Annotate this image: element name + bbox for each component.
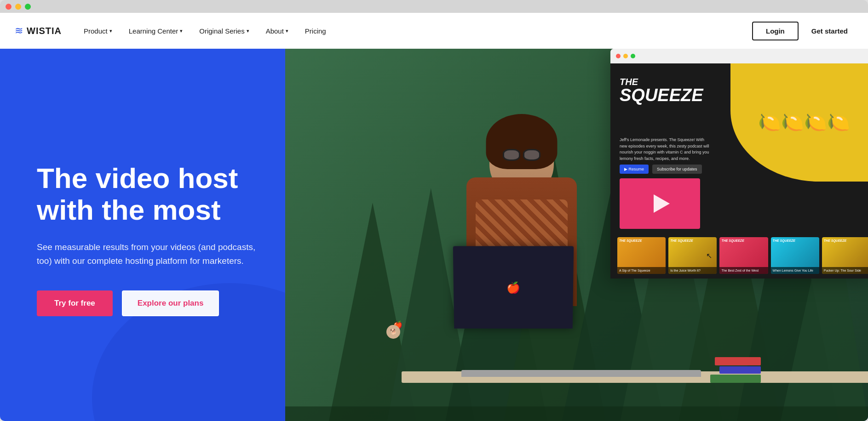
browser-max-dot — [631, 54, 635, 58]
logo[interactable]: ≋ WISTIA — [15, 25, 62, 37]
video-player[interactable] — [620, 178, 700, 229]
hero-section: The video host with the most See measura… — [0, 49, 868, 421]
thumb-label-1: A Sip of The Squeeze — [617, 267, 666, 274]
hero-image: 🍎 🍎 🐕 — [285, 49, 868, 421]
thumb-logo-2: THE SQUEEZE — [670, 239, 693, 242]
hero-buttons: Try for free Explore our plans — [37, 290, 258, 316]
nav-links: Product ▾ Learning Center ▾ Original Ser… — [76, 23, 752, 39]
browser-minimize-dot — [623, 54, 628, 58]
nav-label-learning: Learning Center — [129, 27, 178, 35]
thumb-logo-1: THE SQUEEZE — [619, 239, 642, 242]
hero-title: The video host with the most — [37, 163, 258, 225]
thumb-logo-4: THE SQUEEZE — [773, 239, 795, 242]
thumb-logo-3: THE SQUEEZE — [721, 239, 744, 242]
try-for-free-button[interactable]: Try for free — [37, 290, 113, 316]
nav-actions: Login Get started — [752, 22, 853, 40]
thumbnail-2[interactable]: THE SQUEEZE Is the Juice Worth It? ↖ — [668, 237, 717, 274]
thumb-logo-5: THE SQUEEZE — [824, 239, 846, 242]
close-button[interactable] — [6, 4, 11, 10]
show-action-buttons: ▶ Resume Subscribe for updates — [620, 165, 702, 174]
minimize-button[interactable] — [15, 4, 21, 10]
thumb-label-5: Pucker Up: The Sour Side — [822, 267, 868, 274]
show-title: THE SQUEEZE — [620, 77, 703, 104]
chevron-down-icon: ▾ — [247, 28, 249, 34]
thumb-label-4: When Lemons Give You Life — [771, 267, 819, 274]
login-button[interactable]: Login — [752, 22, 799, 40]
thumbnail-3[interactable]: THE SQUEEZE The Best Zest of the West — [719, 237, 768, 274]
thumb-label-3: The Best Zest of the West — [719, 267, 768, 274]
nav-item-about[interactable]: About ▾ — [259, 23, 296, 39]
hero-content: The video host with the most See measura… — [0, 49, 285, 421]
thumb-label-2: Is the Juice Worth It? — [668, 267, 717, 274]
cursor-icon: ↖ — [706, 251, 712, 260]
thumbnails-row: THE SQUEEZE A Sip of The Squeeze THE SQU… — [617, 237, 868, 274]
lemons-background: 🍋🍋🍋🍋 — [730, 63, 868, 182]
explore-plans-button[interactable]: Explore our plans — [122, 290, 219, 316]
resume-button[interactable]: ▶ Resume — [620, 165, 649, 174]
show-title-the: THE — [620, 77, 703, 86]
browser-window: ≋ WISTIA Product ▾ Learning Center ▾ Ori… — [0, 0, 868, 421]
thumbnail-5[interactable]: THE SQUEEZE Pucker Up: The Sour Side — [822, 237, 868, 274]
nav-item-pricing[interactable]: Pricing — [298, 23, 333, 39]
show-description: Jeff's Lemonade presents. The Squeeze! W… — [620, 137, 712, 162]
hero-visual: 🍎 🍎 🐕 — [285, 49, 868, 421]
title-bar — [0, 0, 868, 13]
browser-page-content: 🍋🍋🍋🍋 THE SQUEEZE Jeff's Lemonade present… — [610, 63, 868, 279]
nav-item-learning-center[interactable]: Learning Center ▾ — [121, 23, 190, 39]
hero-subtitle: See measurable results from your videos … — [37, 240, 258, 268]
nav-label-product: Product — [84, 27, 108, 35]
get-started-button[interactable]: Get started — [806, 23, 853, 40]
browser-chrome-bar — [610, 49, 868, 63]
thumbnail-1[interactable]: THE SQUEEZE A Sip of The Squeeze — [617, 237, 666, 274]
browser-mockup: 🍋🍋🍋🍋 THE SQUEEZE Jeff's Lemonade present… — [610, 49, 868, 279]
chevron-down-icon: ▾ — [109, 28, 112, 34]
play-icon — [654, 194, 670, 213]
nav-label-pricing: Pricing — [305, 27, 326, 35]
nav-item-product[interactable]: Product ▾ — [76, 23, 120, 39]
thumbnail-4[interactable]: THE SQUEEZE When Lemons Give You Life — [771, 237, 819, 274]
logo-text: WISTIA — [27, 26, 62, 36]
chevron-down-icon: ▾ — [180, 28, 183, 34]
wistia-logo-icon: ≋ — [15, 25, 23, 37]
navbar: ≋ WISTIA Product ▾ Learning Center ▾ Ori… — [0, 13, 868, 49]
nav-label-about: About — [266, 27, 284, 35]
browser-close-dot — [616, 54, 621, 58]
nav-label-series: Original Series — [199, 27, 244, 35]
maximize-button[interactable] — [25, 4, 31, 10]
chevron-down-icon: ▾ — [286, 28, 288, 34]
nav-item-original-series[interactable]: Original Series ▾ — [192, 23, 256, 39]
subscribe-button[interactable]: Subscribe for updates — [652, 165, 702, 174]
